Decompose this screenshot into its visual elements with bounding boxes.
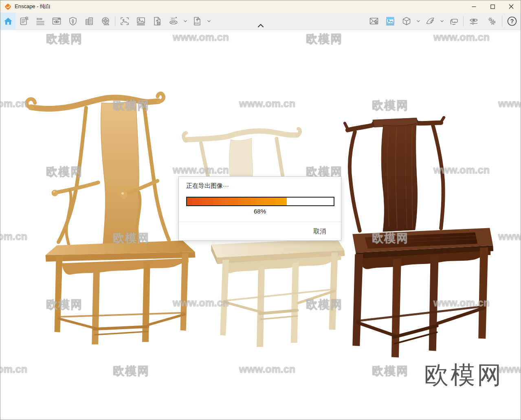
file-upload-icon xyxy=(152,16,163,26)
svg-text:360: 360 xyxy=(171,17,175,20)
bim-icon: BIM xyxy=(35,16,46,26)
chevron-up-icon xyxy=(257,24,264,28)
exe-dropdown[interactable] xyxy=(205,13,213,30)
dialog-title: 正在导出图像··· xyxy=(186,182,229,190)
document-search-icon xyxy=(19,16,29,26)
screenshot-icon xyxy=(119,16,130,26)
panorama-dropdown[interactable] xyxy=(182,13,189,30)
chevron-down-icon xyxy=(440,16,444,26)
film-reel-icon xyxy=(100,16,111,26)
enscape-logo-icon xyxy=(4,3,11,10)
cancel-button[interactable]: 取消 xyxy=(310,226,330,237)
mail-map-button[interactable] xyxy=(366,13,382,30)
wing-button[interactable] xyxy=(422,13,438,30)
enscape-window: Enscape - 纯白 xyxy=(0,0,521,420)
titlebar: Enscape - 纯白 xyxy=(0,0,521,13)
file-upload-button[interactable] xyxy=(149,13,165,30)
image-active-icon xyxy=(385,16,396,26)
chevron-down-icon xyxy=(183,16,187,26)
progress-percent: 68% xyxy=(179,208,341,215)
window-controls xyxy=(464,0,521,13)
exe-export-icon: EXE xyxy=(192,16,202,26)
eye-settings-icon xyxy=(468,16,479,26)
image-export-button[interactable] xyxy=(133,13,149,30)
gears-icon xyxy=(486,16,497,26)
home-button[interactable] xyxy=(0,13,16,30)
progress-bar xyxy=(186,197,334,206)
buildings-button[interactable] xyxy=(81,13,97,30)
screenshot-button[interactable] xyxy=(117,13,133,30)
exe-export-button[interactable]: EXE xyxy=(189,13,205,30)
wing-dropdown[interactable] xyxy=(438,13,446,30)
home-icon xyxy=(3,16,13,26)
browser-eye-icon xyxy=(51,16,62,26)
film-reel-button[interactable] xyxy=(97,13,114,30)
minimize-button[interactable] xyxy=(464,0,483,13)
panorama-360-button[interactable]: 360 xyxy=(165,13,182,30)
export-progress-dialog: 正在导出图像··· 68% 取消 xyxy=(178,176,341,241)
cube-icon xyxy=(401,16,412,26)
document-search-button[interactable] xyxy=(16,13,32,30)
toolbar-divider xyxy=(502,16,502,26)
bim-button[interactable]: BIM xyxy=(32,13,48,30)
svg-text:EXE: EXE xyxy=(195,22,199,24)
svg-text:BIM: BIM xyxy=(37,17,42,21)
window-title: Enscape - 纯白 xyxy=(15,3,51,10)
svg-text:?: ? xyxy=(510,18,514,24)
toolbar-divider xyxy=(115,16,115,26)
watermark-logo: 欧模网 xyxy=(424,359,503,392)
chevron-down-icon xyxy=(416,16,420,26)
mail-map-icon xyxy=(369,16,379,26)
cube-dropdown[interactable] xyxy=(415,13,422,30)
help-button[interactable]: ? xyxy=(503,13,521,30)
visual-settings-button[interactable] xyxy=(465,13,483,30)
render-viewport[interactable]: 欧模网www.om.cn欧模网www.om.cnwww.om.cn欧模网www.… xyxy=(0,31,521,420)
image-active-button[interactable] xyxy=(382,13,398,30)
browser-eye-button[interactable] xyxy=(48,13,65,30)
maximize-button[interactable] xyxy=(483,0,502,13)
chevron-down-icon xyxy=(207,16,211,26)
dialog-divider xyxy=(179,222,341,222)
toolbar-collapse-button[interactable] xyxy=(254,22,268,30)
help-icon: ? xyxy=(506,15,518,27)
wing-icon xyxy=(425,16,435,26)
toolbar-divider xyxy=(463,16,464,26)
buildings-icon xyxy=(84,16,95,26)
panorama-360-icon: 360 xyxy=(168,16,179,26)
shield-plant-icon xyxy=(68,16,78,26)
chair-left xyxy=(26,93,195,344)
image-export-icon xyxy=(136,16,146,26)
chair-right xyxy=(345,117,493,357)
vr-headset-icon xyxy=(448,16,459,26)
shield-plant-button[interactable] xyxy=(65,13,81,30)
settings-button[interactable] xyxy=(483,13,501,30)
progress-fill xyxy=(187,198,287,205)
close-button[interactable] xyxy=(502,0,521,13)
toolbar: BIM xyxy=(0,13,521,30)
cube-button[interactable] xyxy=(398,13,415,30)
vr-headset-button[interactable] xyxy=(446,13,462,30)
toolbar-right-group: ? xyxy=(366,13,521,30)
